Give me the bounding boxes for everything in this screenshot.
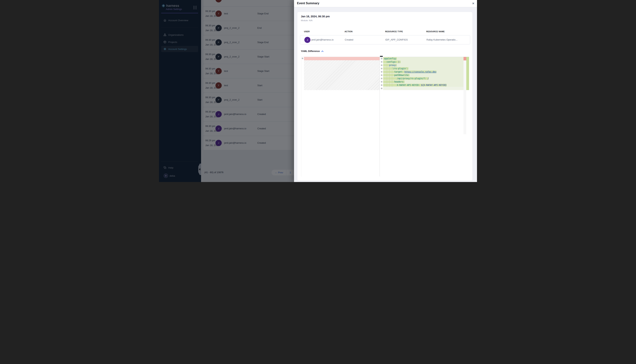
diff-scrollbar-track[interactable]	[464, 57, 466, 134]
yaml-token	[420, 84, 421, 86]
yaml-token	[384, 67, 392, 70]
diff-gutter-marker	[381, 65, 382, 66]
diff-gutter-marker	[381, 68, 382, 69]
drawer-body: Jan 18, 2024, 06:30 pm Module: N/A USER …	[294, 7, 477, 182]
yaml-difference-toggle[interactable]: YAML Difference	[301, 50, 324, 52]
diff-gutter-marker	[381, 78, 382, 79]
cell-user: jenil.jain@harness.io	[311, 38, 333, 41]
yaml-token	[384, 84, 397, 86]
yaml-code-line: /api/proxy/rs-plugin/?: /	[383, 77, 464, 80]
diff-gutter-marker	[381, 61, 382, 62]
yaml-code-line	[383, 87, 464, 90]
diff-removed-line	[304, 57, 380, 60]
diff-gutter-marker	[381, 74, 382, 76]
yaml-token	[384, 74, 394, 76]
yaml-code-line: target: https://console.rafay.dev	[383, 70, 464, 74]
diff-gutter-cell	[380, 77, 383, 80]
diff-empty-hatch-region	[304, 60, 380, 90]
col-header-action: ACTION	[345, 30, 352, 32]
diff-gutter-cell	[380, 80, 383, 84]
diff-left-pane-removed	[301, 57, 380, 176]
yaml-code-line: headers:	[383, 80, 464, 84]
drawer-title: Event Summary	[297, 2, 319, 5]
diff-gutter-cell	[380, 67, 383, 70]
yaml-code-line: pathRewrite:	[383, 74, 464, 77]
added-change-ruler	[466, 57, 469, 90]
yaml-token: X-RAFAY-API-KEYID:	[397, 84, 420, 86]
close-icon[interactable]: ✕	[472, 2, 474, 5]
yaml-token: proxy:	[389, 64, 397, 66]
chevron-up-icon	[321, 50, 324, 52]
yaml-code-line: X-RAFAY-API-KEYID: ${X-RAFAY-API-KEYID}	[383, 84, 464, 87]
yaml-token: /api/proxy/rs-plugin/?:	[397, 77, 426, 80]
indent-guide	[387, 64, 387, 87]
event-card: Jan 18, 2024, 06:30 pm Module: N/A USER …	[297, 12, 473, 181]
col-header-resource-name: RESOURCE NAME	[426, 30, 445, 32]
diff-gutter-marker	[381, 71, 382, 72]
yaml-token	[384, 80, 394, 83]
modal-backdrop[interactable]	[159, 0, 294, 182]
diff-gutter-cell	[380, 57, 383, 60]
yaml-token: |-	[398, 60, 401, 63]
app-window: harness Admin Settings Account Overview …	[159, 0, 477, 182]
yaml-token	[384, 60, 387, 63]
event-datetime: Jan 18, 2024, 06:30 pm	[301, 15, 330, 18]
summary-table-row: J jenil.jain@harness.io Created IDP_APP_…	[300, 35, 470, 44]
yaml-code-line: configs: |-	[383, 60, 464, 64]
yaml-token: headers:	[394, 80, 404, 83]
removed-change-marker	[464, 57, 466, 60]
diff-gutter-cell	[380, 64, 383, 67]
yaml-token: /	[428, 77, 429, 80]
yaml-token: ${X-RAFAY-API-KEYID}	[421, 84, 447, 86]
diff-gutter-cell	[380, 70, 383, 74]
yaml-token: '/rs-plugin':	[392, 67, 408, 70]
event-summary-drawer: Event Summary ✕ Jan 18, 2024, 06:30 pm M…	[294, 0, 477, 182]
yaml-code-area: appConfig: configs: |- proxy: '/rs-plugi…	[383, 57, 464, 90]
diff-gutter-marker	[381, 58, 382, 59]
yaml-token	[384, 64, 389, 66]
yaml-link[interactable]: https://console.rafay.dev	[404, 70, 437, 73]
user-avatar: J	[304, 37, 310, 43]
diff-gutter-marker	[302, 58, 303, 59]
cell-action: Created	[345, 38, 353, 41]
diff-right-gutter	[380, 57, 383, 90]
diff-gutter-cell	[380, 60, 383, 64]
diff-gutter-cell	[380, 87, 383, 90]
yaml-token: pathRewrite:	[394, 74, 409, 76]
drawer-header: Event Summary ✕	[294, 0, 477, 7]
yaml-token	[384, 77, 397, 80]
yaml-token: configs:	[387, 60, 397, 63]
diff-gutter-marker	[381, 81, 382, 82]
diff-gutter-cell	[380, 74, 383, 77]
diff-right-pane-added: appConfig: configs: |- proxy: '/rs-plugi…	[380, 57, 469, 176]
col-header-resource-type: RESOURCE TYPE	[385, 30, 403, 32]
yaml-token	[384, 70, 394, 73]
yaml-code-line: appConfig:	[383, 57, 464, 60]
diff-gutter-cell	[380, 84, 383, 87]
yaml-token: appConfig:	[384, 57, 397, 60]
indent-guide	[392, 70, 392, 87]
cell-resource-name: Rafay Kubernetes Operatio...	[427, 38, 458, 41]
yaml-code-line: proxy:	[383, 64, 464, 67]
yaml-difference-label: YAML Difference	[301, 50, 320, 52]
yaml-token: target:	[394, 70, 403, 73]
cell-resource-type: IDP_APP_CONFIGS	[385, 38, 408, 41]
col-header-user: USER	[304, 30, 310, 32]
diff-gutter-marker	[381, 84, 382, 86]
yaml-token	[403, 70, 404, 73]
event-module: Module: N/A	[301, 19, 312, 22]
diff-gutter-marker	[381, 88, 382, 89]
yaml-code-line: '/rs-plugin':	[383, 67, 464, 70]
yaml-diff-editor: appConfig: configs: |- proxy: '/rs-plugi…	[301, 57, 469, 176]
